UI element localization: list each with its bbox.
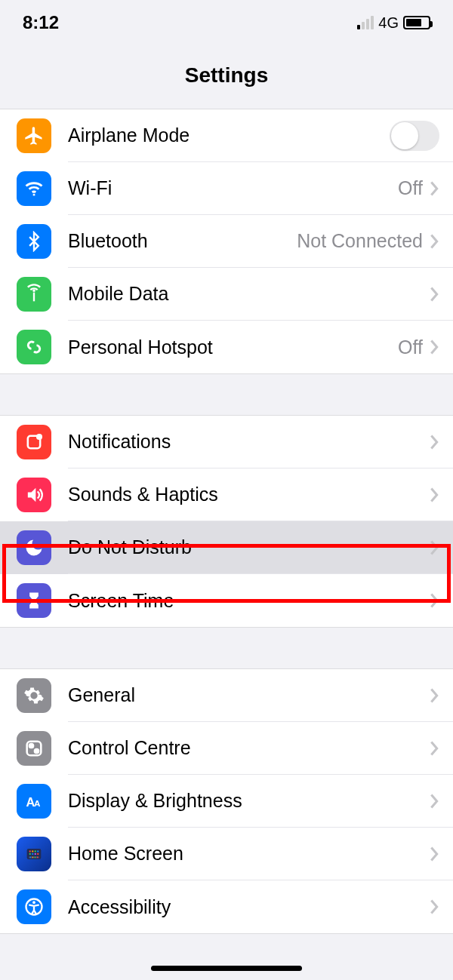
- label-sounds-haptics: Sounds & Haptics: [68, 484, 429, 505]
- notifications-icon: [17, 425, 51, 459]
- chevron-icon: [429, 740, 439, 757]
- row-general[interactable]: General: [0, 669, 453, 722]
- toggle-airplane-mode[interactable]: [390, 121, 439, 151]
- gear-icon: [17, 678, 51, 713]
- svg-point-13: [37, 850, 39, 852]
- home-indicator[interactable]: [151, 966, 302, 971]
- svg-point-6: [35, 749, 39, 753]
- section-general: General Control Centre AA Display & Brig…: [0, 668, 453, 934]
- label-general: General: [68, 684, 429, 706]
- svg-point-15: [32, 853, 33, 855]
- bluetooth-icon: [17, 224, 51, 259]
- status-hotspot: Off: [398, 336, 423, 358]
- svg-point-21: [35, 856, 36, 858]
- row-mobile-data[interactable]: Mobile Data: [0, 268, 453, 321]
- label-screen-time: Screen Time: [68, 590, 429, 612]
- accessibility-icon: [17, 889, 51, 924]
- cellular-icon: [17, 277, 51, 312]
- label-bluetooth: Bluetooth: [68, 230, 297, 252]
- chevron-icon: [429, 487, 439, 503]
- status-right: 4G: [357, 14, 430, 32]
- home-screen-icon: [17, 837, 51, 871]
- label-notifications: Notifications: [68, 431, 429, 453]
- svg-point-17: [37, 853, 39, 855]
- label-accessibility: Accessibility: [68, 896, 429, 918]
- chevron-icon: [429, 846, 439, 862]
- cellular-signal-icon: [357, 16, 374, 29]
- row-notifications[interactable]: Notifications: [0, 416, 453, 468]
- row-home-screen[interactable]: Home Screen: [0, 828, 453, 880]
- network-type: 4G: [378, 14, 399, 32]
- chevron-icon: [429, 539, 439, 556]
- svg-point-24: [32, 901, 35, 904]
- row-bluetooth[interactable]: Bluetooth Not Connected: [0, 215, 453, 268]
- chevron-icon: [429, 592, 439, 609]
- hotspot-icon: [17, 330, 51, 364]
- row-control-centre[interactable]: Control Centre: [0, 722, 453, 775]
- row-airplane-mode[interactable]: Airplane Mode: [0, 109, 453, 162]
- row-display-brightness[interactable]: AA Display & Brightness: [0, 775, 453, 828]
- label-airplane-mode: Airplane Mode: [68, 124, 390, 146]
- page-title: Settings: [0, 45, 453, 109]
- status-time: 8:12: [23, 12, 59, 33]
- hourglass-icon: [17, 583, 51, 618]
- label-do-not-disturb: Do Not Disturb: [68, 536, 429, 558]
- row-accessibility[interactable]: Accessibility: [0, 880, 453, 933]
- moon-icon: [17, 530, 51, 565]
- svg-rect-4: [27, 742, 42, 756]
- battery-icon: [403, 16, 430, 29]
- label-display-brightness: Display & Brightness: [68, 790, 429, 812]
- row-screen-time[interactable]: Screen Time: [0, 574, 453, 627]
- display-icon: AA: [17, 784, 51, 819]
- chevron-icon: [429, 233, 439, 250]
- svg-point-5: [29, 744, 33, 748]
- section-connectivity: Airplane Mode Wi-Fi Off Bluetooth Not Co…: [0, 109, 453, 374]
- chevron-icon: [429, 339, 439, 355]
- chevron-icon: [429, 687, 439, 704]
- svg-point-19: [29, 856, 31, 858]
- svg-point-10: [29, 850, 31, 852]
- sounds-icon: [17, 478, 51, 512]
- chevron-icon: [429, 793, 439, 809]
- svg-point-22: [37, 856, 39, 858]
- svg-point-11: [32, 850, 33, 852]
- status-bar: 8:12 4G: [0, 0, 453, 45]
- status-bluetooth: Not Connected: [297, 230, 423, 252]
- svg-text:A: A: [34, 798, 41, 808]
- svg-point-20: [32, 856, 33, 858]
- chevron-icon: [429, 180, 439, 197]
- row-personal-hotspot[interactable]: Personal Hotspot Off: [0, 321, 453, 373]
- label-home-screen: Home Screen: [68, 843, 429, 865]
- svg-point-14: [29, 853, 31, 855]
- status-wifi: Off: [398, 177, 423, 199]
- svg-point-16: [35, 853, 36, 855]
- svg-point-1: [32, 290, 35, 293]
- airplane-icon: [17, 118, 51, 153]
- control-centre-icon: [17, 731, 51, 766]
- chevron-icon: [429, 899, 439, 915]
- row-wifi[interactable]: Wi-Fi Off: [0, 162, 453, 215]
- svg-point-12: [35, 850, 36, 852]
- section-notifications: Notifications Sounds & Haptics Do Not Di…: [0, 415, 453, 628]
- label-mobile-data: Mobile Data: [68, 283, 429, 305]
- chevron-icon: [429, 286, 439, 303]
- svg-point-0: [33, 194, 35, 196]
- wifi-icon: [17, 171, 51, 206]
- svg-point-3: [36, 434, 42, 440]
- label-personal-hotspot: Personal Hotspot: [68, 336, 398, 358]
- label-control-centre: Control Centre: [68, 737, 429, 759]
- label-wifi: Wi-Fi: [68, 177, 398, 199]
- row-do-not-disturb[interactable]: Do Not Disturb: [0, 521, 453, 574]
- chevron-icon: [429, 434, 439, 450]
- row-sounds-haptics[interactable]: Sounds & Haptics: [0, 468, 453, 521]
